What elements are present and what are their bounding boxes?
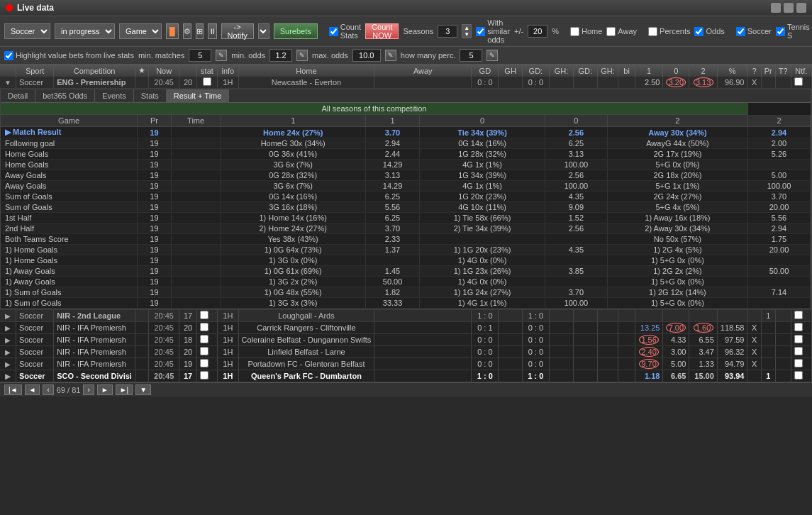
notify-select[interactable] — [258, 23, 269, 39]
table-row[interactable]: ▶ Soccer NIR - IFA Premiersh 20:45 20 1H… — [0, 346, 812, 358]
cell-check[interactable] — [196, 358, 217, 370]
nav-next[interactable]: ► — [97, 384, 113, 395]
min-odds-edit-icon[interactable]: ✎ — [296, 50, 308, 61]
tab-result-time[interactable]: Result + Time — [167, 89, 230, 102]
cell-ntf[interactable] — [791, 310, 811, 322]
home-checkbox[interactable] — [570, 27, 579, 36]
tab-events[interactable]: Events — [95, 89, 134, 102]
seasons-input[interactable]: 3 — [438, 25, 457, 38]
expand-btn[interactable]: ▶ — [0, 334, 16, 346]
status-select[interactable]: in progress — [55, 23, 115, 39]
max-odds-edit-icon[interactable]: ✎ — [385, 50, 396, 61]
table-row[interactable]: ▶ Soccer NIR - IFA Premiersh 20:45 20 1H… — [0, 322, 812, 334]
soccer-cb[interactable] — [736, 27, 745, 36]
window-controls[interactable] — [771, 3, 806, 13]
away-label[interactable]: Away — [606, 27, 637, 36]
percents-label[interactable]: Percents — [648, 27, 690, 36]
minimize-icon[interactable] — [771, 3, 781, 13]
how-many-edit-icon[interactable]: ✎ — [486, 50, 498, 61]
pause-icon[interactable]: ⏸ — [208, 23, 217, 39]
percents-checkbox[interactable] — [648, 27, 657, 36]
expand-btn[interactable]: ▶ — [0, 370, 16, 382]
th-ntf[interactable]: Ntf. — [791, 65, 811, 77]
expand-btn[interactable]: ▶ — [0, 346, 16, 358]
away-checkbox[interactable] — [606, 27, 616, 36]
table-row[interactable]: ▶ Soccer NIR - IFA Premiersh 20:45 19 1H… — [0, 358, 812, 370]
th-gd2[interactable]: GD: — [522, 65, 549, 77]
view-select[interactable]: Game — [119, 23, 162, 39]
min-odds-input[interactable] — [269, 49, 292, 62]
expand-btn[interactable]: ▼ — [0, 77, 16, 89]
th-now[interactable]: Now — [148, 65, 179, 77]
th-col2[interactable]: 2 — [689, 65, 717, 77]
nav-prev-small[interactable]: ‹ — [43, 384, 53, 395]
table-row[interactable]: ▶ Soccer SCO - Second Divisi 20:45 17 1H… — [0, 370, 812, 382]
cell-ntf[interactable] — [791, 77, 811, 89]
soccer-cb-label[interactable]: Soccer — [736, 27, 772, 36]
expand-btn[interactable]: ▶ — [0, 322, 16, 334]
restore-icon[interactable] — [784, 3, 794, 13]
count-stats-checkbox[interactable] — [329, 27, 338, 36]
th-info[interactable]: info — [218, 65, 238, 77]
table-row[interactable]: ▶ Soccer NIR - 2nd League 20:45 17 1H Lo… — [0, 310, 812, 322]
close-icon[interactable] — [796, 3, 806, 13]
view-icon[interactable]: ⊞ — [196, 23, 204, 39]
similar-odds-label[interactable]: With similar odds — [476, 18, 510, 44]
odds-label[interactable]: Odds — [694, 27, 724, 36]
th-pct[interactable]: % — [717, 65, 747, 77]
th-gd[interactable]: GD — [472, 65, 499, 77]
th-bi[interactable]: bi — [618, 65, 635, 77]
cell-ntf[interactable] — [791, 370, 811, 382]
min-matches-input[interactable] — [189, 49, 211, 62]
th-stat[interactable]: stat — [196, 65, 217, 77]
table-row[interactable]: ▶ Soccer NIR - IFA Premiersh 20:45 18 1H… — [0, 334, 812, 346]
cell-ntf[interactable] — [791, 334, 811, 346]
th-home[interactable]: Home — [238, 65, 374, 77]
how-many-input[interactable] — [460, 49, 482, 62]
tennis-s-cb[interactable] — [776, 27, 785, 36]
cell-ntf[interactable] — [791, 346, 811, 358]
sport-select[interactable]: Soccer — [4, 23, 50, 39]
cell-ntf[interactable] — [791, 322, 811, 334]
plus-minus-input[interactable] — [528, 25, 547, 38]
th-t[interactable]: T? — [775, 65, 791, 77]
home-label[interactable]: Home — [570, 27, 602, 36]
cell-ntf[interactable] — [791, 358, 811, 370]
nav-prev[interactable]: ◄ — [25, 384, 40, 395]
tennis-s-label[interactable]: Tennis S — [776, 23, 810, 40]
tab-stats[interactable]: Stats — [134, 89, 167, 102]
odds-checkbox[interactable] — [694, 27, 703, 36]
surebets-button[interactable]: Surebets — [274, 23, 318, 39]
cell-check[interactable] — [196, 77, 217, 89]
max-odds-input[interactable] — [352, 49, 381, 62]
similar-odds-checkbox[interactable] — [476, 27, 485, 36]
settings-icon[interactable]: ⚙ — [183, 23, 191, 39]
nav-last[interactable]: ►| — [116, 384, 133, 395]
count-stats-label[interactable]: Count Stats — [329, 23, 361, 40]
th-away[interactable]: Away — [374, 65, 472, 77]
min-matches-edit-icon[interactable]: ✎ — [216, 50, 227, 61]
cell-check[interactable] — [196, 310, 217, 322]
seasons-up[interactable]: ▲ — [462, 25, 471, 31]
th-gd3[interactable]: GD: — [573, 65, 597, 77]
filter-button[interactable]: ▼ — [135, 384, 151, 395]
tab-bet365[interactable]: bet365 Odds — [35, 89, 95, 102]
expand-btn[interactable]: ▶ — [0, 358, 16, 370]
highlight-label[interactable]: Highlight value bets from live stats — [4, 51, 134, 60]
th-sport[interactable]: Sport — [16, 65, 53, 77]
th-col1[interactable]: 1 — [635, 65, 662, 77]
expand-btn[interactable]: ▶ — [0, 310, 16, 322]
highlight-checkbox[interactable] — [4, 51, 13, 60]
tab-detail[interactable]: Detail — [1, 89, 35, 102]
cell-check[interactable] — [196, 346, 217, 358]
th-gh3[interactable]: GH: — [597, 65, 618, 77]
th-pr[interactable]: Pr — [761, 65, 775, 77]
cell-check[interactable] — [196, 370, 217, 382]
th-col0[interactable]: 0 — [663, 65, 689, 77]
cell-check[interactable] — [196, 334, 217, 346]
seasons-stepper[interactable]: ▲ ▼ — [462, 24, 472, 38]
nav-first[interactable]: |◄ — [4, 384, 22, 395]
table-row[interactable]: ▼ Soccer ENG - Premiership 20:45 20 1H N… — [0, 77, 812, 89]
th-gh2[interactable]: GH: — [550, 65, 574, 77]
cell-check[interactable] — [196, 322, 217, 334]
